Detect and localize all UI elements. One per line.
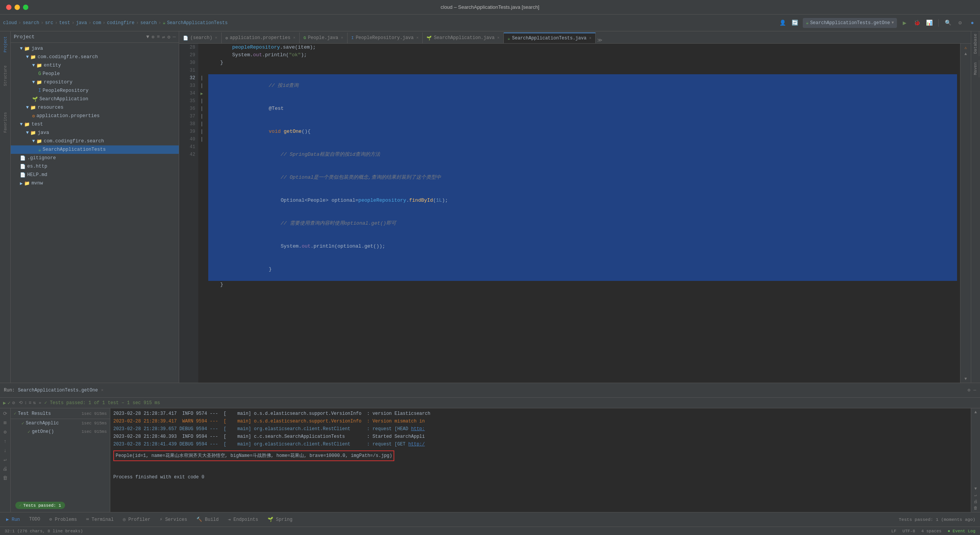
tab-search[interactable]: 📄 (search) × — [179, 33, 222, 43]
bottom-tab-problems[interactable]: ⊘ Problems — [48, 517, 78, 522]
more-tabs-icon[interactable]: ≫ — [597, 37, 603, 43]
favorites-icon[interactable]: Favorites — [1, 111, 10, 134]
update-icon[interactable]: 🔄 — [791, 18, 800, 28]
tree-item-com-codingfire[interactable]: ▼ 📁 com.codingfire.search — [11, 53, 179, 61]
run-check-icon[interactable]: ✓ — [8, 400, 11, 406]
breadcrumb-cloud[interactable]: cloud — [3, 20, 17, 26]
print-icon[interactable]: 🖨 — [2, 465, 9, 473]
tree-item-gitignore[interactable]: 📄 .gitignore — [11, 154, 179, 162]
breadcrumb-search2[interactable]: search — [140, 20, 157, 26]
breadcrumb-src[interactable]: src — [45, 20, 54, 26]
tree-item-test[interactable]: ▼ 📁 test — [11, 120, 179, 129]
tab-search-tests[interactable]: ☕ SearchApplicationTests.java × — [504, 33, 596, 43]
run-sort-icon[interactable]: ↕ — [24, 400, 27, 406]
breadcrumb-search[interactable]: search — [23, 20, 39, 26]
locate-icon[interactable]: ⊕ — [152, 34, 155, 40]
debug-icon[interactable]: 🐞 — [912, 18, 921, 28]
run-expand-icon[interactable]: ⇅ — [33, 400, 36, 406]
bottom-tab-services[interactable]: ⚡ Services — [158, 517, 189, 522]
project-dropdown-icon[interactable]: ▼ — [146, 34, 149, 40]
breadcrumb-java[interactable]: java — [76, 20, 87, 26]
tree-item-java[interactable]: ▼ 📁 java — [11, 44, 179, 53]
http-link-1[interactable]: http: — [411, 426, 425, 432]
hide-icon[interactable]: — — [173, 34, 176, 40]
bottom-tab-run[interactable]: ▶ Run — [5, 517, 21, 522]
expand-icon[interactable]: ⇌ — [162, 34, 165, 40]
tree-item-search-tests[interactable]: ☕ SearchApplicationTests — [11, 145, 179, 154]
run-hide-icon[interactable]: — — [973, 388, 976, 393]
breadcrumb-codingfire[interactable]: codingfire — [107, 20, 134, 26]
vcs-icon[interactable]: 👤 — [778, 18, 787, 28]
bottom-tab-spring[interactable]: 🌱 Spring — [266, 517, 294, 522]
maven-tab[interactable]: Maven — [972, 60, 979, 77]
profile-icon[interactable]: ● — [968, 18, 977, 28]
run-tab-name[interactable]: SearchApplicationTests.getOne — [18, 388, 98, 393]
http-link-2[interactable]: http:/ — [408, 442, 425, 447]
coverage-icon[interactable]: 📊 — [924, 18, 934, 28]
tree-item-test-java[interactable]: ▼ 📁 java — [11, 129, 179, 137]
tab-search-app[interactable]: 🌱 SearchApplication.java × — [423, 33, 503, 43]
code-content[interactable]: peopleRepository.save(item); System.out.… — [205, 44, 960, 383]
tree-item-app-props[interactable]: ⚙ application.properties — [11, 112, 179, 120]
bottom-tab-endpoints[interactable]: ⇥ Endpoints — [226, 517, 260, 522]
tree-item-repository[interactable]: ▼ 📁 repository — [11, 78, 179, 86]
sync-icon[interactable]: ⟳ — [2, 410, 9, 418]
bottom-tab-profiler[interactable]: ◎ Profiler — [121, 517, 152, 522]
run-config-dropdown[interactable]: ☕ SearchApplicationTests.getOne ▼ — [803, 18, 897, 28]
database-tab[interactable]: Database — [972, 31, 979, 56]
tree-item-resources[interactable]: ▼ 📁 resources — [11, 103, 179, 112]
search-icon[interactable]: 🔍 — [943, 18, 952, 28]
tree-item-entity[interactable]: ▼ 📁 entity — [11, 61, 179, 70]
tab-close-search[interactable]: × — [215, 36, 217, 40]
close-button[interactable] — [6, 5, 11, 10]
trash-icon[interactable]: 🗑 — [2, 474, 9, 482]
scroll-up3-icon[interactable]: ▲ — [974, 410, 977, 414]
breadcrumb-com[interactable]: com — [93, 20, 101, 26]
window-controls[interactable] — [6, 5, 28, 10]
run-close-icon[interactable]: × — [101, 388, 104, 393]
bottom-tab-build[interactable]: 🔨 Build — [195, 517, 220, 522]
settings-icon[interactable]: ⚙ — [956, 18, 965, 28]
soft-wrap2-icon[interactable]: ↵ — [974, 493, 977, 497]
scroll-down-icon[interactable]: ▼ — [964, 377, 967, 381]
bottom-tab-todo[interactable]: TODO — [28, 517, 42, 522]
scroll-up-icon[interactable]: ▲ — [964, 52, 967, 56]
run-settings-icon[interactable]: ⚙ — [968, 387, 970, 393]
breadcrumb-test[interactable]: test — [59, 20, 70, 26]
compare-icon[interactable]: ⊞ — [2, 419, 9, 427]
run-play-icon[interactable]: ▶ — [3, 400, 6, 406]
test-item-get-one[interactable]: ✓ getOne() 1sec 915ms — [11, 427, 110, 436]
tree-item-help[interactable]: 📄 HELP.md — [11, 171, 179, 179]
collapse-icon[interactable]: ≡ — [157, 34, 160, 40]
test-item-search-applic[interactable]: ✓ SearchApplic 1sec 915ms — [11, 419, 110, 427]
trash2-icon[interactable]: 🗑 — [973, 506, 978, 511]
scroll-dn2-icon[interactable]: ↓ — [2, 447, 9, 454]
tab-close-search-tests[interactable]: × — [589, 36, 591, 41]
tree-item-es-http[interactable]: 📄 es.http — [11, 162, 179, 171]
minimize-button[interactable] — [15, 5, 20, 10]
tree-item-people-repo[interactable]: I PeopleRepository — [11, 86, 179, 95]
tab-close-search-app[interactable]: × — [497, 36, 500, 40]
breadcrumb-file[interactable]: SearchApplicationTests — [167, 20, 227, 26]
tab-close-people-repo[interactable]: × — [416, 36, 418, 40]
project-icon[interactable]: Project — [1, 33, 10, 56]
run-rerun-icon[interactable]: ⟲ — [19, 400, 23, 406]
structure-icon[interactable]: Structure — [1, 64, 10, 87]
scroll-up2-icon[interactable]: ↑ — [2, 437, 9, 445]
tab-people-repo[interactable]: I PeopleRepository.java × — [348, 33, 423, 43]
print2-icon[interactable]: 🖨 — [973, 499, 978, 504]
scroll-dn3-icon[interactable]: ▼ — [974, 486, 977, 491]
maximize-button[interactable] — [23, 5, 28, 10]
tree-item-mvnw[interactable]: ▶ 📁 mvnw — [11, 179, 179, 188]
tab-people[interactable]: G People.java × — [300, 33, 348, 43]
soft-wrap-icon[interactable]: ↵ — [2, 456, 9, 463]
gear-icon[interactable]: ⚙ — [167, 34, 170, 40]
event-log-icon[interactable]: ● Event Log — [947, 529, 975, 533]
run-filter-icon[interactable]: ≡ — [29, 400, 31, 406]
settings2-icon[interactable]: ⚙ — [2, 428, 9, 436]
tab-app-props[interactable]: ⚙ application.properties × — [222, 33, 300, 43]
run-stop-icon[interactable]: ⊘ — [12, 400, 15, 406]
tree-item-test-com[interactable]: ▼ 📁 com.codingfire.search — [11, 137, 179, 145]
bottom-tab-terminal[interactable]: ⌨ Terminal — [85, 517, 115, 522]
tree-item-people[interactable]: G People — [11, 70, 179, 78]
